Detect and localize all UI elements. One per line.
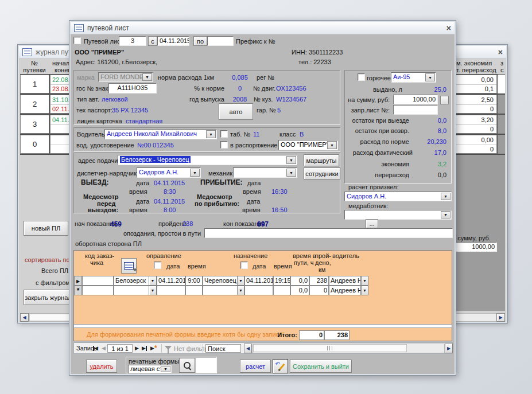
fuel-checkbox[interactable] (358, 73, 365, 81)
waybill-titlebar[interactable]: путевой лист × (71, 22, 455, 34)
driver-checkbox[interactable] (220, 130, 228, 138)
fuel-type-combo[interactable]: Аи-95 ▼ (391, 72, 436, 83)
disposal-checkbox[interactable] (220, 141, 228, 149)
date-from-button[interactable]: с (148, 36, 157, 46)
hscroll-thumb[interactable] (253, 344, 407, 352)
journal-extra-cell[interactable] (498, 115, 505, 134)
from-date-cell[interactable]: 04.11.2015 (157, 276, 185, 286)
driver-dropdown[interactable]: ▼ (361, 286, 368, 295)
waybill-close-icon[interactable]: × (446, 24, 451, 32)
fuel-sheet-input[interactable] (393, 105, 438, 115)
distance-cell[interactable]: 238 (309, 276, 329, 286)
journal-extra-cell[interactable] (498, 135, 505, 154)
dropdown-icon[interactable]: ▼ (327, 141, 337, 149)
journal-econ-value: 3,20 (481, 116, 494, 123)
to-dropdown[interactable]: ▼ (237, 276, 244, 286)
from-dropdown[interactable]: ▼ (149, 286, 157, 295)
close-journal-button[interactable]: закрыть журнал (24, 290, 73, 305)
journal-scroll-left-button[interactable]: ◀ (20, 313, 29, 322)
dropdown-icon[interactable]: ▼ (425, 73, 435, 81)
journal-row-number[interactable]: 3 (20, 115, 49, 134)
waybill-number-checkbox[interactable] (73, 37, 81, 44)
driver-dropdown[interactable]: ▼ (361, 276, 368, 286)
from-time-cell[interactable] (185, 286, 203, 295)
delete-button[interactable]: удалить (86, 360, 117, 373)
last-record-button[interactable]: ▶ (142, 344, 147, 353)
from-time-cell[interactable]: 9:00 (185, 276, 203, 286)
col-distance-label2: дено, (315, 259, 331, 266)
calc-button[interactable]: расчет (240, 360, 271, 373)
journal-extra-cell[interactable] (498, 95, 505, 114)
mechanic-combo[interactable]: ▼ (233, 167, 297, 178)
journal-extra-cell[interactable] (498, 75, 505, 93)
dropdown-icon[interactable]: ▼ (161, 366, 170, 372)
to-cell[interactable]: Череповец (203, 276, 238, 286)
delays-input[interactable] (204, 228, 453, 238)
duration-cell[interactable]: 0,0 (290, 276, 309, 286)
dropdown-icon[interactable]: ▼ (286, 169, 296, 177)
more-options-button[interactable]: ... (366, 219, 378, 228)
print-form-combo[interactable]: лицевая сторона ▼ (128, 365, 172, 373)
new-waybill-button[interactable]: новый ПЛ (24, 221, 68, 236)
journal-scroll-right-button[interactable]: ▶ (496, 313, 505, 322)
to-time-cell[interactable]: 19:15 (273, 276, 290, 286)
to-dropdown[interactable]: ▼ (237, 286, 244, 295)
from-cell[interactable] (114, 286, 149, 295)
fuel-sum-input[interactable]: 1000,00 (393, 95, 438, 104)
from-dropdown[interactable]: ▼ (149, 276, 157, 286)
date-from-input[interactable]: 04.11.2015 (157, 36, 189, 46)
staff-button[interactable]: сотрудники (304, 167, 340, 180)
customer-cell[interactable] (82, 276, 114, 286)
fuel-sum-button[interactable] (440, 96, 449, 104)
dropdown-icon[interactable]: ▼ (206, 130, 216, 138)
to-time-cell[interactable] (273, 286, 290, 295)
med-worker-combo[interactable]: ▼ (344, 210, 452, 220)
preview-button[interactable] (179, 358, 195, 373)
prev-record-button[interactable]: ◀ (102, 344, 106, 353)
driver-cell[interactable]: Андреев Ник (329, 276, 361, 286)
date-to-button[interactable]: по (193, 36, 207, 46)
dest-date-checkbox[interactable] (240, 262, 248, 269)
date-to-input[interactable] (207, 36, 234, 46)
hscroll-left-button[interactable]: ◀ (244, 344, 252, 353)
journal-close-icon[interactable]: × (498, 48, 503, 56)
hscroll-right-button[interactable]: ▶ (445, 344, 453, 353)
dispatcher-combo[interactable]: Сидоров А.Н. ▼ (137, 167, 201, 178)
journal-row-number[interactable]: 1 (20, 75, 49, 93)
magnifier-icon (184, 362, 191, 369)
from-cell[interactable]: Белозерск (114, 276, 149, 286)
save-exit-button[interactable]: Сохранить и выйти (290, 360, 352, 373)
new-record-button[interactable]: ▶* (150, 344, 157, 353)
dropdown-icon[interactable]: ▼ (286, 156, 296, 164)
customer-cell[interactable] (82, 286, 114, 295)
record-position-box[interactable]: 1 из 1 (107, 344, 133, 353)
brand-combo[interactable]: FORD MONDEO ▼ (98, 72, 153, 82)
from-date-cell[interactable] (157, 286, 185, 295)
disposal-combo[interactable]: ООО "ПРИМЕР" ▼ (278, 140, 338, 150)
plate-input[interactable]: A111HO35 (108, 83, 157, 93)
add-route-button[interactable]: + (121, 258, 137, 274)
driver-combo[interactable]: Андреев Николай Михайлович ▼ (104, 129, 217, 139)
dropdown-icon[interactable]: ▼ (190, 169, 200, 177)
dropdown-icon[interactable]: ▼ (441, 211, 451, 219)
journal-row-number[interactable]: 0 (20, 135, 49, 154)
search-input[interactable]: Поиск (205, 344, 241, 353)
journal-row-number[interactable]: 2 (20, 95, 49, 114)
to-cell[interactable] (203, 286, 238, 295)
duration-cell[interactable]: 0,0 (290, 286, 309, 295)
to-date-cell[interactable] (244, 286, 273, 295)
edit-undo-button[interactable]: ↶ (273, 359, 288, 373)
auto-button[interactable]: авто (219, 103, 253, 120)
routes-button[interactable]: маршруты (304, 154, 339, 166)
dropdown-icon[interactable]: ▼ (441, 193, 451, 200)
calc-by-combo[interactable]: Сидоров А.Н. ▼ (344, 192, 452, 201)
distance-cell[interactable]: 0 (309, 286, 329, 295)
first-record-button[interactable]: ◀ (93, 344, 98, 353)
dropdown-icon[interactable]: ▼ (142, 73, 152, 81)
to-date-cell[interactable]: 04.11.2015 (244, 276, 273, 286)
driver-cell[interactable]: Андреев Ник (329, 286, 361, 295)
address-combo[interactable]: Белозерск - Череповец ▼ (118, 155, 297, 165)
depart-date-checkbox[interactable] (154, 262, 161, 269)
next-record-button[interactable]: ▶ (135, 344, 139, 353)
waybill-number-input[interactable]: 3 (119, 36, 146, 46)
